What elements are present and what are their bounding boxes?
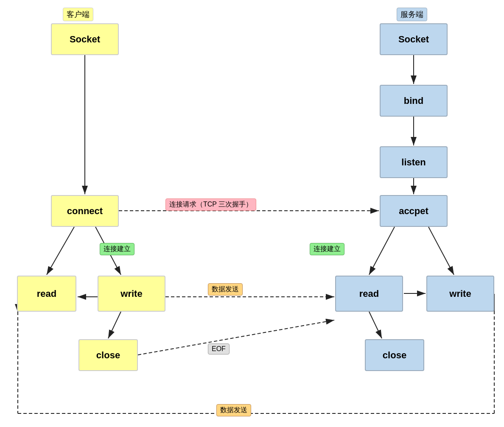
data-send-bottom-label: 数据发送 (216, 404, 251, 416)
connect-req-label: 连接请求（TCP 三次握手） (165, 198, 256, 211)
svg-line-14 (108, 312, 121, 338)
svg-line-9 (369, 227, 395, 275)
client-connect-box: connect (51, 195, 119, 227)
svg-line-16 (138, 320, 334, 355)
data-send-mid-label: 数据发送 (208, 283, 243, 296)
server-listen-box: listen (380, 146, 448, 178)
conn-build-client-label: 连接建立 (100, 243, 134, 255)
svg-line-7 (47, 227, 74, 275)
client-label: 客户端 (63, 8, 93, 21)
eof-label: EOF (208, 343, 230, 354)
diagram-container: 客户端 服务端 Socket connect read write close … (0, 0, 504, 427)
svg-line-10 (428, 227, 454, 275)
client-socket-box: Socket (51, 23, 119, 55)
client-read-box: read (17, 276, 76, 312)
conn-build-server-label: 连接建立 (310, 243, 344, 255)
server-label: 服务端 (397, 8, 427, 21)
client-close-box: close (78, 339, 138, 371)
client-write-box: write (98, 276, 165, 312)
svg-line-15 (369, 312, 382, 338)
server-socket-box: Socket (380, 23, 448, 55)
server-write-box: write (426, 276, 494, 312)
server-accept-box: accpet (380, 195, 448, 227)
server-close-box: close (365, 339, 424, 371)
server-read-box: read (335, 276, 403, 312)
server-bind-box: bind (380, 85, 448, 117)
